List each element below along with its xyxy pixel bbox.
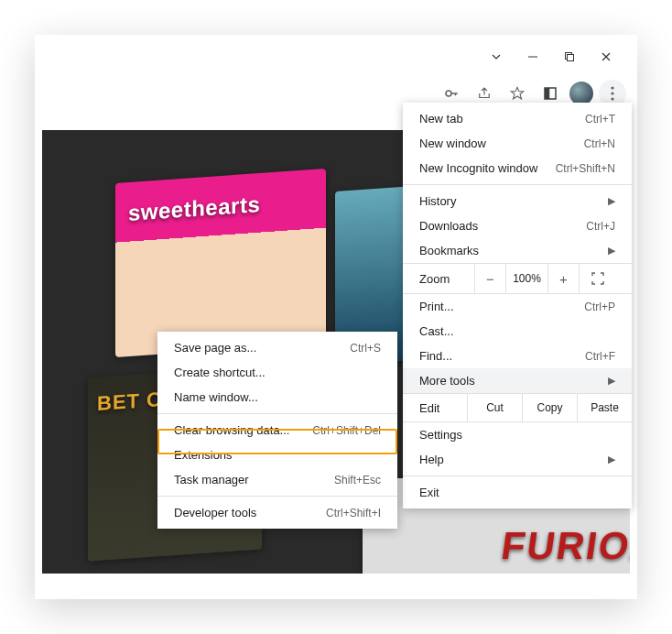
menu-help[interactable]: Help ▶ xyxy=(403,447,632,472)
svg-point-7 xyxy=(611,92,613,94)
menu-cast[interactable]: Cast... xyxy=(403,319,632,344)
menu-label: Downloads xyxy=(419,219,478,233)
edit-label: Edit xyxy=(419,401,467,415)
copy-button[interactable]: Copy xyxy=(522,393,577,422)
zoom-in-button[interactable]: + xyxy=(547,263,579,294)
menu-new-tab[interactable]: New tab Ctrl+T xyxy=(403,106,632,131)
menu-label: Settings xyxy=(419,428,462,442)
menu-print[interactable]: Print... Ctrl+P xyxy=(403,294,632,319)
submenu-create-shortcut[interactable]: Create shortcut... xyxy=(157,360,397,385)
menu-separator xyxy=(403,476,632,476)
menu-new-incognito[interactable]: New Incognito window Ctrl+Shift+N xyxy=(403,156,632,180)
submenu-extensions[interactable]: Extensions xyxy=(157,443,397,467)
menu-label: Help xyxy=(419,453,444,466)
thumbnail-label: FURIOZ xyxy=(498,524,630,568)
paste-button[interactable]: Paste xyxy=(577,393,632,422)
submenu-clear-data[interactable]: Clear browsing data... Ctrl+Shift+Del xyxy=(157,418,397,443)
menu-label: History xyxy=(419,194,456,208)
menu-label: New tab xyxy=(419,112,463,126)
menu-label: Task manager xyxy=(174,473,249,486)
menu-find[interactable]: Find... Ctrl+F xyxy=(403,344,632,368)
zoom-label: Zoom xyxy=(419,272,474,286)
svg-point-6 xyxy=(611,86,613,89)
svg-rect-2 xyxy=(568,55,574,61)
menu-label: Save page as... xyxy=(174,341,256,355)
submenu-task-manager[interactable]: Task manager Shift+Esc xyxy=(157,467,397,492)
menu-label: Bookmarks xyxy=(419,244,479,257)
menu-shortcut: Ctrl+Shift+N xyxy=(556,162,615,175)
submenu-arrow-icon: ▶ xyxy=(608,245,615,257)
menu-shortcut: Ctrl+N xyxy=(584,137,615,150)
menu-label: Print... xyxy=(419,300,454,313)
submenu-save-page[interactable]: Save page as... Ctrl+S xyxy=(157,335,397,360)
fullscreen-button[interactable] xyxy=(579,263,615,294)
zoom-out-button[interactable]: − xyxy=(474,263,505,294)
menu-zoom-row: Zoom − 100% + xyxy=(403,263,632,294)
thumbnail-sweethearts: sweethearts xyxy=(115,169,326,357)
menu-downloads[interactable]: Downloads Ctrl+J xyxy=(403,213,632,238)
submenu-arrow-icon: ▶ xyxy=(608,454,615,465)
menu-edit-row: Edit Cut Copy Paste xyxy=(403,393,632,422)
menu-bookmarks[interactable]: Bookmarks ▶ xyxy=(403,238,632,263)
menu-separator xyxy=(157,413,397,414)
menu-shortcut: Ctrl+S xyxy=(350,342,381,355)
menu-more-tools[interactable]: More tools ▶ xyxy=(403,368,632,393)
menu-label: Developer tools xyxy=(174,506,256,519)
menu-label: Find... xyxy=(419,349,452,363)
cut-button[interactable]: Cut xyxy=(467,393,522,422)
menu-label: Extensions xyxy=(174,448,233,462)
menu-history[interactable]: History ▶ xyxy=(403,189,632,213)
menu-shortcut: Ctrl+J xyxy=(586,220,615,233)
menu-shortcut: Ctrl+Shift+I xyxy=(326,507,381,519)
menu-label: New window xyxy=(419,137,486,150)
menu-shortcut: Ctrl+F xyxy=(585,350,615,363)
main-menu: New tab Ctrl+T New window Ctrl+N New Inc… xyxy=(403,103,632,508)
submenu-arrow-icon: ▶ xyxy=(608,195,615,207)
window-controls xyxy=(478,42,624,71)
menu-settings[interactable]: Settings xyxy=(403,422,632,447)
menu-label: Clear browsing data... xyxy=(174,423,289,437)
zoom-percent: 100% xyxy=(505,263,547,294)
menu-label: Name window... xyxy=(174,390,258,404)
svg-point-3 xyxy=(446,91,451,96)
minimize-button[interactable] xyxy=(515,42,551,71)
menu-label: Cast... xyxy=(419,324,454,338)
more-tools-submenu: Save page as... Ctrl+S Create shortcut..… xyxy=(157,332,397,529)
submenu-arrow-icon: ▶ xyxy=(608,375,615,387)
menu-exit[interactable]: Exit xyxy=(403,480,632,505)
thumbnail-label: sweethearts xyxy=(128,191,260,226)
menu-shortcut: Ctrl+Shift+Del xyxy=(312,424,381,437)
menu-label: New Incognito window xyxy=(419,161,537,175)
menu-separator xyxy=(403,184,632,185)
submenu-name-window[interactable]: Name window... xyxy=(157,385,397,410)
menu-label: Exit xyxy=(419,486,439,499)
menu-label: More tools xyxy=(419,374,475,388)
menu-shortcut: Shift+Esc xyxy=(334,474,381,486)
menu-label: Create shortcut... xyxy=(174,366,266,379)
close-button[interactable] xyxy=(588,42,624,71)
menu-separator xyxy=(157,496,397,497)
maximize-button[interactable] xyxy=(551,42,588,71)
menu-shortcut: Ctrl+P xyxy=(584,301,615,313)
submenu-developer-tools[interactable]: Developer tools Ctrl+Shift+I xyxy=(157,500,397,525)
menu-new-window[interactable]: New window Ctrl+N xyxy=(403,131,632,156)
svg-point-8 xyxy=(611,97,613,100)
svg-rect-5 xyxy=(545,88,549,99)
chevron-down-icon[interactable] xyxy=(478,42,515,71)
menu-shortcut: Ctrl+T xyxy=(585,113,615,126)
